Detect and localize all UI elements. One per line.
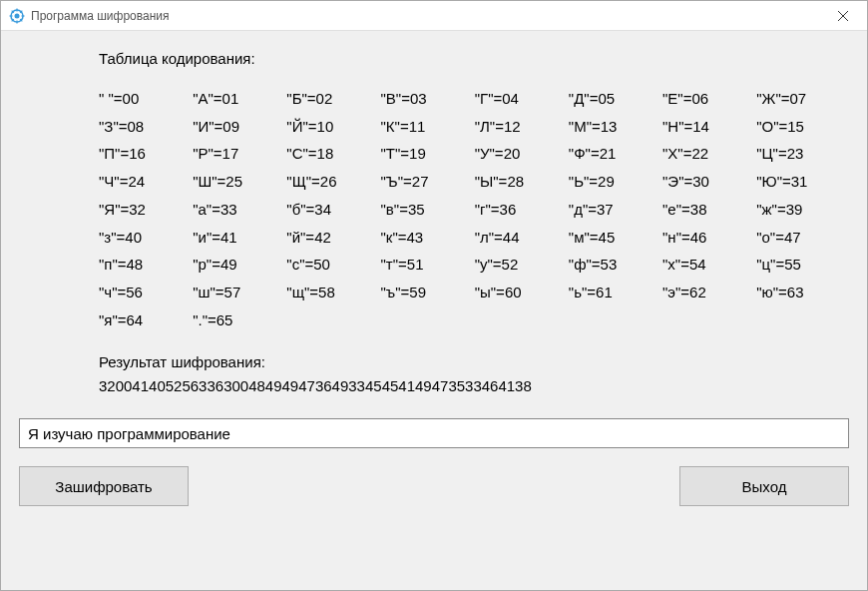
table-row: "я"=64 "."=65 [99, 306, 849, 334]
table-cell: "й"=42 [286, 224, 376, 252]
table-cell: "П"=16 [99, 140, 189, 168]
table-cell: "ю"=63 [756, 279, 846, 306]
table-cell: "Э"=30 [662, 168, 752, 196]
app-icon [9, 8, 25, 24]
table-row: "З"=08 "И"=09 "Й"=10 "К"=11 "Л"=12 "М"=1… [99, 113, 849, 141]
table-cell: "М"=13 [569, 113, 658, 141]
table-cell: "в"=35 [381, 196, 471, 224]
button-row: Зашифровать Выход [19, 466, 849, 506]
table-cell: "Ш"=25 [193, 168, 282, 196]
table-cell: "Щ"=26 [286, 168, 376, 196]
exit-button[interactable]: Выход [679, 466, 849, 506]
table-cell: "Р"=17 [193, 140, 282, 168]
table-cell: "Ч"=24 [99, 168, 189, 196]
table-cell: "д"=37 [569, 196, 658, 224]
table-cell: "и"=41 [193, 224, 282, 252]
encrypt-button[interactable]: Зашифровать [19, 466, 189, 506]
table-row: "п"=48 "р"=49 "с"=50 "т"=51 "у"=52 "ф"=5… [99, 251, 849, 279]
table-row: " "=00 "А"=01 "Б"=02 "В"=03 "Г"=04 "Д"=0… [99, 85, 849, 113]
table-row: "Ч"=24 "Ш"=25 "Щ"=26 "Ъ"=27 "Ы"=28 "Ь"=2… [99, 168, 849, 196]
table-cell: "А"=01 [193, 85, 282, 113]
table-cell: "В"=03 [381, 85, 471, 113]
table-cell: "И"=09 [193, 113, 282, 141]
table-cell: "е"=38 [662, 196, 752, 224]
table-row: "з"=40 "и"=41 "й"=42 "к"=43 "л"=44 "м"=4… [99, 224, 849, 252]
table-row: "П"=16 "Р"=17 "С"=18 "Т"=19 "У"=20 "Ф"=2… [99, 140, 849, 168]
table-cell: "б"=34 [286, 196, 376, 224]
table-cell: "м"=45 [569, 224, 658, 252]
table-cell: "Г"=04 [475, 85, 565, 113]
table-row: "ч"=56 "ш"=57 "щ"=58 "ъ"=59 "ы"=60 "ь"=6… [99, 279, 849, 306]
close-button[interactable] [820, 1, 865, 31]
table-cell: "ф"=53 [569, 251, 658, 279]
table-cell: "Ф"=21 [569, 140, 658, 168]
table-cell: "Д"=05 [569, 85, 658, 113]
table-cell: "Х"=22 [662, 140, 752, 168]
table-cell: "ж"=39 [756, 196, 846, 224]
content-block: Таблица кодирования: " "=00 "А"=01 "Б"=0… [19, 45, 849, 396]
table-cell: "Л"=12 [475, 113, 565, 141]
table-cell: "х"=54 [662, 251, 752, 279]
table-cell: "Я"=32 [99, 196, 189, 224]
table-cell: "щ"=58 [286, 279, 376, 306]
result-value: 3200414052563363004849494736493345454149… [99, 375, 849, 396]
window-title: Программа шифрования [31, 9, 820, 23]
table-cell: "н"=46 [662, 224, 752, 252]
table-cell: "у"=52 [475, 251, 565, 279]
table-cell: "Й"=10 [286, 113, 376, 141]
table-cell: "э"=62 [662, 279, 752, 306]
table-row: "Я"=32 "а"=33 "б"=34 "в"=35 "г"=36 "д"=3… [99, 196, 849, 224]
svg-point-1 [15, 13, 20, 18]
encoding-table: " "=00 "А"=01 "Б"=02 "В"=03 "Г"=04 "Д"=0… [99, 85, 849, 334]
table-cell: "т"=51 [381, 251, 471, 279]
table-cell: "Ю"=31 [756, 168, 846, 196]
table-cell: "Е"=06 [662, 85, 752, 113]
table-cell: "Ж"=07 [756, 85, 846, 113]
table-cell: "К"=11 [381, 113, 471, 141]
table-cell: "З"=08 [99, 113, 189, 141]
table-cell: "О"=15 [756, 113, 846, 141]
client-area: Таблица кодирования: " "=00 "А"=01 "Б"=0… [1, 31, 867, 590]
result-label: Результат шифрования: [99, 348, 849, 376]
table-cell: "ы"=60 [475, 279, 565, 306]
table-cell: "к"=43 [381, 224, 471, 252]
table-cell: "ъ"=59 [381, 279, 471, 306]
table-cell: "г"=36 [475, 196, 565, 224]
table-cell: "Н"=14 [662, 113, 752, 141]
table-cell: "ч"=56 [99, 279, 189, 306]
table-heading: Таблица кодирования: [99, 45, 849, 73]
table-cell: "Ы"=28 [475, 168, 565, 196]
table-cell: "п"=48 [99, 251, 189, 279]
table-cell: "Ъ"=27 [381, 168, 471, 196]
exit-button-label: Выход [742, 478, 787, 495]
table-cell: "."=65 [193, 306, 282, 334]
table-cell: "с"=50 [286, 251, 376, 279]
table-cell: "ь"=61 [569, 279, 658, 306]
app-window: Программа шифрования Таблица кодирования… [0, 0, 868, 591]
input-row [19, 418, 849, 448]
table-cell: "з"=40 [99, 224, 189, 252]
table-cell: "Т"=19 [381, 140, 471, 168]
table-cell: " "=00 [99, 85, 189, 113]
table-cell: "л"=44 [475, 224, 565, 252]
titlebar: Программа шифрования [1, 1, 867, 31]
table-cell: "а"=33 [193, 196, 282, 224]
table-cell: "ц"=55 [756, 251, 846, 279]
table-cell: "я"=64 [99, 306, 189, 334]
table-cell: "о"=47 [756, 224, 846, 252]
table-cell: "У"=20 [475, 140, 565, 168]
plaintext-input[interactable] [19, 418, 849, 448]
table-cell: "Б"=02 [286, 85, 376, 113]
table-cell: "Ь"=29 [569, 168, 658, 196]
table-cell: "р"=49 [193, 251, 282, 279]
table-cell: "Ц"=23 [756, 140, 846, 168]
encrypt-button-label: Зашифровать [55, 478, 152, 495]
table-cell: "С"=18 [286, 140, 376, 168]
table-cell: "ш"=57 [193, 279, 282, 306]
